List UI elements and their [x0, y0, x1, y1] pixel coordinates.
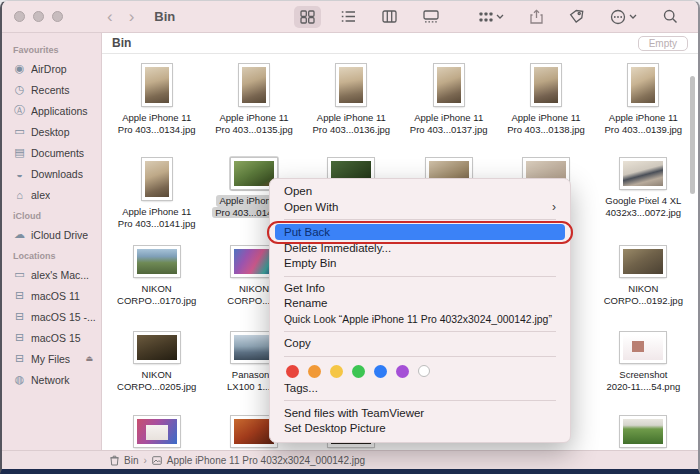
breadcrumb-file[interactable]: Apple iPhone 11 Pro 4032x3024_000142.jpg [167, 455, 365, 466]
file-thumbnail[interactable] [628, 64, 658, 106]
file-thumbnail[interactable] [620, 332, 666, 363]
file-thumbnail[interactable] [336, 64, 366, 106]
sidebar-item-airdrop[interactable]: ◉AirDrop [2, 58, 101, 79]
menu-item-quick-look[interactable]: Quick Look “Apple iPhone 11 Pro 4032x302… [270, 312, 570, 328]
sidebar-item-network[interactable]: ◍Network [2, 369, 101, 390]
file-thumbnail[interactable] [434, 64, 464, 106]
close-button[interactable] [14, 11, 25, 22]
file-item[interactable]: NIKONCORPO...0205.jpg [108, 322, 205, 406]
thumbnail-frame [529, 62, 563, 108]
menu-item-open-with[interactable]: Open With › [270, 200, 570, 216]
tags-button[interactable] [563, 5, 590, 28]
view-list-button[interactable] [335, 6, 362, 27]
file-thumbnail[interactable] [134, 332, 180, 363]
sidebar-item-icloud-drive[interactable]: ☁iCloud Drive [2, 224, 101, 245]
sidebar-item-macos-11[interactable]: ⊟macOS 11 [2, 285, 101, 306]
sidebar-item-macos-15[interactable]: ⊟macOS 15 -... [2, 306, 101, 327]
thumbnail-frame [432, 62, 466, 108]
view-gallery-button[interactable] [417, 6, 445, 27]
empty-bin-button[interactable]: Empty [638, 36, 688, 51]
tag-color-dot[interactable] [330, 365, 343, 378]
sidebar-item-documents[interactable]: ▤Documents [2, 142, 101, 163]
file-item[interactable] [108, 406, 205, 450]
file-item[interactable]: Apple iPhone 11Pro 403...0139.jpg [595, 54, 692, 148]
more-actions-button[interactable] [604, 5, 643, 29]
thumbnail-frame [132, 330, 182, 365]
file-item[interactable]: NIKONCORPO...0170.jpg [108, 236, 205, 322]
file-thumbnail[interactable] [142, 64, 172, 106]
zoom-button[interactable] [52, 11, 63, 22]
search-button[interactable] [657, 5, 684, 28]
menu-item-put-back[interactable]: Put Back [275, 224, 565, 240]
file-item[interactable]: Apple iPhone 11Pro 403...0137.jpg [400, 54, 497, 148]
file-thumbnail[interactable] [620, 416, 666, 447]
share-icon [530, 9, 543, 24]
tag-color-dot[interactable] [418, 365, 430, 377]
file-item[interactable]: Apple iPhone 11Pro 403...0136.jpg [303, 54, 400, 148]
file-thumbnail[interactable] [134, 416, 180, 447]
thumbnail-frame [237, 62, 271, 108]
file-item[interactable]: Apple iPhone 11Pro 403...0141.jpg [108, 148, 205, 236]
file-name: Apple iPhone 11Pro 403...0135.jpg [215, 112, 293, 135]
vertical-scrollbar[interactable] [690, 76, 695, 194]
sidebar-item-alex[interactable]: ⌂alex [2, 184, 101, 205]
sidebar-item-applications[interactable]: ⒶApplications [2, 100, 101, 121]
menu-item-open[interactable]: Open [270, 184, 570, 200]
tag-color-dot[interactable] [352, 365, 365, 378]
forward-button[interactable]: › [129, 8, 135, 25]
share-button[interactable] [524, 5, 549, 28]
menu-item-empty-bin[interactable]: Empty Bin [270, 256, 570, 272]
file-name: Apple iPhone 11Pro 403...0139.jpg [605, 112, 683, 135]
group-by-button[interactable] [473, 7, 510, 27]
tag-color-dot[interactable] [374, 365, 387, 378]
file-thumbnail[interactable] [239, 64, 269, 106]
menu-item-copy[interactable]: Copy [270, 336, 570, 352]
sidebar-item-alex-s-mac[interactable]: ▭alex's Mac... [2, 264, 101, 285]
context-menu: Open Open With › Put Back Delete Immedia… [269, 178, 571, 443]
drive-icon: ⊟ [13, 310, 26, 323]
minimize-button[interactable] [33, 11, 44, 22]
eject-icon[interactable]: ⏏ [85, 354, 93, 363]
trash-icon [110, 455, 119, 466]
menu-item-send-files-teamviewer[interactable]: Send files with TeamViewer [270, 405, 570, 421]
back-button[interactable]: ‹ [107, 8, 113, 25]
file-item[interactable]: Apple iPhone 11Pro 403...0138.jpg [497, 54, 594, 148]
tag-color-dot[interactable] [396, 365, 409, 378]
sidebar-item-label: macOS 15 -... [31, 311, 96, 323]
file-item[interactable]: NIKONCORPO...0192.jpg [595, 236, 692, 322]
file-thumbnail[interactable] [142, 158, 172, 200]
tag-color-dot[interactable] [308, 365, 321, 378]
menu-item-delete-immediately[interactable]: Delete Immediately... [270, 240, 570, 256]
menu-item-tags[interactable]: Tags... [270, 381, 570, 397]
file-item[interactable]: Screenshot2020-11....54.png [595, 322, 692, 406]
menu-item-set-desktop-picture[interactable]: Set Desktop Picture [270, 421, 570, 437]
sidebar-section-label: Favourites [2, 39, 101, 58]
file-item[interactable]: Google Pixel 4 XL4032x3...0072.jpg [595, 148, 692, 236]
menu-item-get-info[interactable]: Get Info [270, 281, 570, 297]
file-item[interactable]: Apple iPhone 11Pro 403...0135.jpg [205, 54, 302, 148]
file-item[interactable] [595, 406, 692, 450]
sidebar-section-label: Locations [2, 245, 101, 264]
file-item[interactable]: Apple iPhone 11Pro 403...0134.jpg [108, 54, 205, 148]
sidebar-item-label: Network [31, 374, 70, 386]
file-thumbnail[interactable] [531, 64, 561, 106]
thumbnail-frame [140, 156, 174, 202]
tag-color-dot[interactable] [286, 365, 299, 378]
view-grid-button[interactable] [294, 6, 321, 28]
breadcrumb: Bin › Apple iPhone 11 Pro 4032x3024_0001… [110, 455, 365, 466]
sidebar-item-recents[interactable]: ◷Recents [2, 79, 101, 100]
menu-item-rename[interactable]: Rename [270, 296, 570, 312]
file-thumbnail[interactable] [620, 246, 666, 277]
view-columns-button[interactable] [376, 6, 403, 27]
content-header: Bin Empty [102, 33, 698, 54]
file-thumbnail[interactable] [620, 158, 666, 189]
sidebar-item-desktop[interactable]: ▭Desktop [2, 121, 101, 142]
tag-icon [569, 9, 584, 24]
sidebar-item-my-files[interactable]: ⊟My Files⏏ [2, 348, 101, 369]
sidebar-item-label: AirDrop [31, 63, 67, 75]
sidebar-item-macos-15[interactable]: ⊟macOS 15 [2, 327, 101, 348]
sidebar-item-label: Recents [31, 84, 70, 96]
file-thumbnail[interactable] [134, 246, 180, 277]
sidebar-item-downloads[interactable]: ◒Downloads [2, 163, 101, 184]
breadcrumb-location[interactable]: Bin [124, 455, 138, 466]
